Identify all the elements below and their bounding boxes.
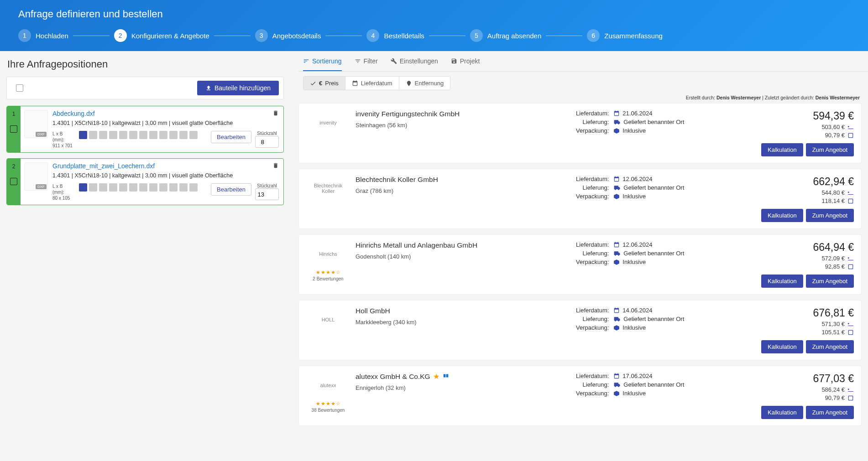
supplier-logo: alutexx [308, 373, 349, 398]
part-thumbnail[interactable]: DXF [24, 162, 48, 191]
process-icon[interactable] [159, 131, 167, 139]
offer-logo-area: alutexx ★★★★☆38 Bewertungen [306, 373, 350, 413]
part-filename[interactable]: Grundplatte_mit_zwei_Loechern.dxf [52, 162, 155, 170]
tab-filter[interactable]: Filter [355, 57, 378, 71]
delete-part-icon[interactable] [272, 162, 279, 169]
price-net: 503,60 € [821, 124, 845, 130]
process-icon[interactable] [79, 131, 87, 139]
process-icon[interactable] [189, 131, 198, 139]
delete-part-icon[interactable] [272, 110, 279, 116]
tab-settings[interactable]: Einstellungen [391, 57, 438, 71]
process-icon[interactable] [99, 131, 107, 139]
process-icon[interactable] [99, 183, 107, 192]
process-icon[interactable] [119, 183, 127, 192]
offers-tabs: Sortierung Filter Einstellungen Projekt [298, 51, 868, 72]
price-net: 571,30 € [821, 321, 845, 327]
select-all-checkbox[interactable] [16, 84, 23, 92]
box-icon [847, 198, 854, 204]
step-order-details[interactable]: 4Bestelldetails [366, 29, 424, 42]
pallet-icon [847, 190, 854, 196]
price-total: 594,39 € [761, 110, 854, 122]
supplier-location: Graz (786 km) [356, 187, 561, 194]
calculation-button[interactable]: Kalkulation [761, 143, 803, 156]
to-offer-button[interactable]: Zum Angebot [806, 275, 854, 288]
step-configure[interactable]: 2Konfigurieren & Angebote [114, 29, 209, 42]
price-shipping: 92,85 € [825, 263, 845, 270]
calculation-button[interactable]: Kalkulation [761, 340, 803, 353]
sort-chip-distance[interactable]: Entfernung [399, 77, 450, 90]
part-card: 1 DXF Abdeckung.dxf 1.4301 | X5CrNi18-10… [6, 106, 284, 153]
header-title: Anfrage definieren und bestellen [18, 8, 850, 20]
edit-part-button[interactable]: Bearbeiten [211, 183, 251, 196]
calendar-icon [613, 176, 620, 182]
delivery-terms: Geliefert benannter Ort [623, 119, 684, 125]
add-parts-button[interactable]: Bauteile hinzufügen [197, 81, 279, 95]
positions-toolbar: Bauteile hinzufügen [6, 77, 284, 99]
process-icon[interactable] [169, 131, 178, 139]
part-checkbox[interactable] [10, 178, 17, 185]
process-icon[interactable] [169, 183, 178, 192]
to-offer-button[interactable]: Zum Angebot [806, 143, 854, 156]
process-icon[interactable] [149, 131, 157, 139]
part-spec: 1.4301 | X5CrNi18-10 | kaltgewalzt | 3,0… [52, 120, 279, 126]
step-offer-details[interactable]: 3Angebotsdetails [255, 29, 321, 42]
calculation-button[interactable]: Kalkulation [761, 275, 803, 288]
process-icon[interactable] [139, 131, 147, 139]
step-summary[interactable]: 6Zusammenfassung [587, 29, 663, 42]
to-offer-button[interactable]: Zum Angebot [806, 340, 854, 353]
part-checkbox[interactable] [10, 125, 17, 133]
step-send-order[interactable]: 5Auftrag absenden [470, 29, 541, 42]
process-icon[interactable] [179, 131, 188, 139]
progress-steps: 1Hochladen 2Konfigurieren & Angebote 3An… [18, 29, 850, 51]
box-icon [847, 395, 854, 401]
supplier-name[interactable]: Blechtechnik Koller GmbH [356, 176, 561, 184]
sort-chip-price[interactable]: € Preis [303, 77, 345, 90]
calendar-icon [613, 373, 620, 379]
meta-info: Erstellt durch: Denis Westermeyer | Zule… [298, 93, 868, 103]
tab-project[interactable]: Projekt [451, 57, 480, 71]
calculation-button[interactable]: Kalkulation [761, 406, 803, 419]
part-side: 1 [7, 106, 21, 152]
offer-logo-area: HOLL [306, 307, 350, 332]
process-icon[interactable] [139, 183, 147, 192]
distance-icon [406, 80, 412, 87]
process-icon[interactable] [129, 131, 137, 139]
edit-part-button[interactable]: Bearbeiten [211, 131, 251, 143]
qty-input[interactable] [255, 136, 279, 148]
process-icon[interactable] [79, 183, 87, 192]
supplier-name[interactable]: alutexx GmbH & Co.KG ★ [356, 373, 561, 381]
pallet-icon [847, 387, 854, 393]
process-icon[interactable] [119, 131, 127, 139]
delivery-date: 21.06.2024 [622, 110, 652, 117]
part-filename[interactable]: Abdeckung.dxf [52, 110, 95, 117]
process-icon[interactable] [129, 183, 137, 192]
process-icon[interactable] [89, 183, 97, 192]
qty-input[interactable] [255, 188, 279, 200]
to-offer-button[interactable]: Zum Angebot [806, 406, 854, 419]
price-shipping: 118,14 € [821, 197, 845, 204]
truck-icon [613, 119, 621, 125]
tab-sorting[interactable]: Sortierung [303, 57, 342, 71]
to-offer-button[interactable]: Zum Angebot [806, 209, 854, 222]
calculation-button[interactable]: Kalkulation [761, 209, 803, 222]
packaging-terms: Inklusive [622, 193, 646, 200]
calendar-icon [613, 110, 620, 117]
process-icon[interactable] [149, 183, 157, 192]
process-icon[interactable] [179, 183, 188, 192]
supplier-name[interactable]: Hinrichs Metall und Anlagenbau GmbH [356, 241, 561, 249]
sort-chip-date[interactable]: Lieferdatum [345, 77, 399, 90]
process-icon[interactable] [109, 183, 117, 192]
process-icon[interactable] [109, 131, 117, 139]
process-icon[interactable] [159, 183, 167, 192]
offer-details: Lieferdatum:12.06.2024 Lieferung:Geliefe… [567, 176, 756, 202]
supplier-name[interactable]: invenity Fertigungstechnik GmbH [356, 110, 561, 118]
part-thumbnail[interactable]: DXF [24, 110, 48, 138]
supplier-logo: Hinrichs [308, 241, 349, 267]
part-dimensions: L x B (mm):80 x 105 [52, 183, 75, 201]
step-upload[interactable]: 1Hochladen [18, 29, 68, 42]
process-icon[interactable] [89, 131, 97, 139]
part-side: 2 [7, 159, 21, 205]
pallet-icon [847, 124, 854, 130]
supplier-name[interactable]: Holl GmbH [356, 307, 561, 315]
process-icon[interactable] [189, 183, 198, 192]
